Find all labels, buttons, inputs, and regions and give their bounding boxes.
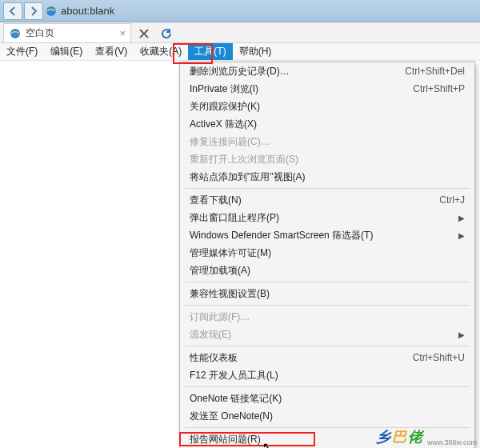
- menu-item-label: 管理加载项(A): [190, 264, 465, 278]
- menu-item[interactable]: Windows Defender SmartScreen 筛选器(T)▶: [180, 226, 474, 244]
- tools-dropdown: 删除浏览历史记录(D)…Ctrl+Shift+DelInPrivate 浏览(I…: [179, 62, 475, 448]
- menu-item-label: OneNote 链接笔记(K): [190, 392, 465, 406]
- menu-item[interactable]: InPrivate 浏览(I)Ctrl+Shift+P: [180, 80, 474, 98]
- menu-item-shortcut: Ctrl+Shift+U: [405, 352, 465, 363]
- menu-help[interactable]: 帮助(H): [233, 43, 278, 60]
- close-icon[interactable]: ×: [119, 27, 126, 39]
- forward-button[interactable]: [24, 2, 43, 20]
- menu-separator: [185, 282, 470, 282]
- menu-item-label: 发送至 OneNote(N): [190, 410, 465, 423]
- menu-item[interactable]: 管理加载项(A): [180, 262, 474, 279]
- tab-title: 空白页: [26, 26, 54, 40]
- tab-blank[interactable]: 空白页 ×: [3, 23, 131, 42]
- menu-item-label: 查看下载(N): [190, 194, 431, 207]
- menu-item-label: 将站点添加到"应用"视图(A): [190, 170, 465, 184]
- menu-favorites[interactable]: 收藏夹(A): [134, 43, 188, 60]
- menu-file[interactable]: 文件(F): [0, 43, 44, 60]
- menu-item-label: Windows Defender SmartScreen 筛选器(T): [190, 229, 454, 242]
- menu-item-label: 管理媒体许可证(M): [190, 246, 465, 260]
- menu-item-label: 修复连接问题(C)…: [190, 135, 465, 149]
- menu-item: 重新打开上次浏览页面(S): [180, 150, 474, 168]
- address-bar[interactable]: about:blank: [59, 5, 114, 17]
- menu-item-label: 性能仪表板: [190, 351, 405, 365]
- stop-icon: [139, 29, 149, 38]
- menu-item-label: 报告网站问题(R): [190, 433, 465, 446]
- menu-item-label: 重新打开上次浏览页面(S): [190, 153, 465, 166]
- refresh-icon: [161, 28, 172, 39]
- menu-separator: [185, 386, 470, 387]
- menu-item[interactable]: 关闭跟踪保护(K): [180, 98, 474, 115]
- menu-separator: [185, 346, 470, 346]
- menu-item-label: 兼容性视图设置(B): [190, 287, 465, 301]
- chevron-right-icon: ▶: [458, 214, 465, 222]
- menu-tools[interactable]: 工具(T): [188, 43, 232, 60]
- menu-item-label: 关闭跟踪保护(K): [190, 100, 465, 114]
- menu-item-shortcut: Ctrl+Shift+P: [405, 83, 465, 94]
- menu-item[interactable]: ActiveX 筛选(X): [180, 115, 474, 133]
- back-button[interactable]: [3, 2, 22, 20]
- menu-item[interactable]: 将站点添加到"应用"视图(A): [180, 168, 474, 186]
- tab-bar: 空白页 ×: [0, 22, 480, 43]
- menu-edit[interactable]: 编辑(E): [44, 43, 89, 60]
- menu-item[interactable]: 报告网站问题(R): [180, 430, 474, 448]
- forward-icon: [29, 6, 38, 16]
- menu-separator: [185, 427, 470, 428]
- menu-bar: 文件(F) 编辑(E) 查看(V) 收藏夹(A) 工具(T) 帮助(H): [0, 43, 480, 61]
- menu-item[interactable]: 弹出窗口阻止程序(P)▶: [180, 209, 474, 226]
- menu-item-label: 源发现(E): [190, 328, 454, 342]
- menu-item[interactable]: 性能仪表板Ctrl+Shift+U: [180, 349, 474, 366]
- menu-item-shortcut: Ctrl+J: [431, 194, 465, 206]
- menu-item[interactable]: F12 开发人员工具(L): [180, 366, 474, 384]
- menu-item-shortcut: Ctrl+Shift+Del: [397, 66, 465, 77]
- menu-item[interactable]: 删除浏览历史记录(D)…Ctrl+Shift+Del: [180, 62, 474, 80]
- menu-item[interactable]: OneNote 链接笔记(K): [180, 390, 474, 407]
- menu-item[interactable]: 管理媒体许可证(M): [180, 244, 474, 262]
- menu-item-label: 删除浏览历史记录(D)…: [190, 65, 397, 78]
- menu-item: 订阅此源(F)…: [180, 308, 474, 326]
- menu-item-label: 弹出窗口阻止程序(P): [190, 211, 454, 225]
- menu-item: 源发现(E)▶: [180, 326, 474, 343]
- back-icon: [8, 6, 18, 16]
- chevron-right-icon: ▶: [458, 330, 465, 339]
- ie-icon: [9, 27, 22, 40]
- menu-item-label: 订阅此源(F)…: [190, 310, 465, 324]
- menu-item[interactable]: 兼容性视图设置(B): [180, 285, 474, 302]
- menu-view[interactable]: 查看(V): [89, 43, 134, 60]
- chevron-right-icon: ▶: [458, 231, 465, 240]
- ie-icon: [45, 5, 58, 18]
- menu-item: 修复连接问题(C)…: [180, 133, 474, 150]
- stop-button[interactable]: [134, 25, 154, 42]
- menu-separator: [185, 305, 470, 306]
- menu-separator: [185, 188, 470, 189]
- menu-item[interactable]: 发送至 OneNote(N): [180, 407, 474, 425]
- refresh-button[interactable]: [157, 25, 176, 42]
- menu-item-label: F12 开发人员工具(L): [190, 369, 465, 382]
- menu-item-label: ActiveX 筛选(X): [190, 118, 465, 131]
- titlebar: about:blank: [0, 0, 480, 22]
- menu-item[interactable]: 查看下载(N)Ctrl+J: [180, 191, 474, 209]
- menu-item-label: InPrivate 浏览(I): [190, 82, 405, 96]
